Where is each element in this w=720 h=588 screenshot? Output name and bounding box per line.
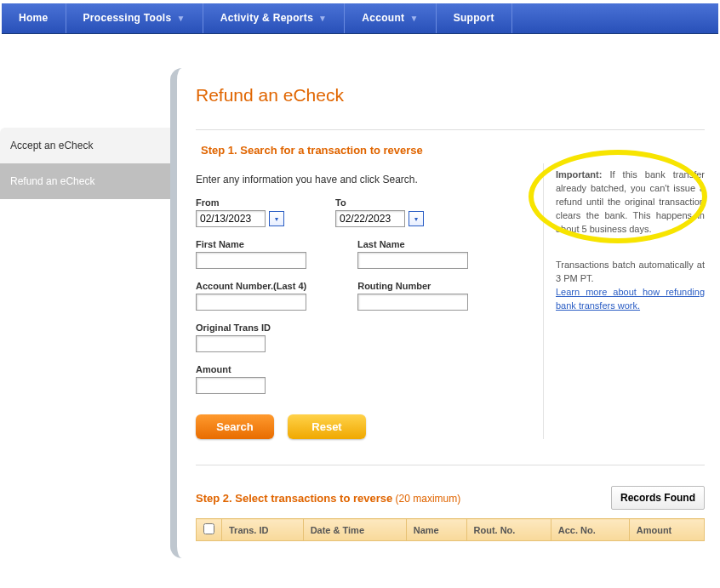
sidebar-item-accept-echeck[interactable]: Accept an eCheck [0,128,170,163]
to-date-input[interactable] [335,210,405,227]
nav-label: Home [19,12,49,24]
chevron-down-icon: ▼ [409,14,418,23]
first-name-label: First Name [196,239,306,249]
main-panel: Refund an eCheck Step 1. Search for a tr… [170,68,720,558]
learn-more-link[interactable]: Learn more about how refunding bank tran… [556,287,705,311]
records-found-button[interactable]: Records Found [611,486,705,510]
page-title: Refund an eCheck [196,85,344,106]
chevron-down-icon: ▼ [318,14,327,23]
top-nav: Home Processing Tools▼ Activity & Report… [2,3,718,34]
nav-label: Processing Tools [83,12,172,24]
step1-instruction: Enter any information you have and click… [196,174,528,186]
routing-input[interactable] [357,294,468,311]
table-header-row: Trans. ID Date & Time Name Rout. No. Acc… [197,519,705,541]
routing-label: Routing Number [357,281,468,291]
orig-trans-input[interactable] [196,335,266,352]
last-name-label: Last Name [357,239,468,249]
last-name-input[interactable] [357,252,468,269]
batch-note: Transactions batch automatically at 3 PM… [556,259,705,286]
nav-account[interactable]: Account▼ [345,3,436,33]
account-last4-label: Account Number.(Last 4) [196,281,306,291]
col-name: Name [406,519,466,541]
results-table: Trans. ID Date & Time Name Rout. No. Acc… [196,518,705,541]
chevron-down-icon: ▼ [176,14,185,23]
col-amount: Amount [629,519,704,541]
sidebar-item-label: Refund an eCheck [10,175,94,187]
from-date-input[interactable] [196,210,266,227]
nav-label: Support [454,12,494,24]
calendar-icon[interactable]: ▾ [269,211,284,226]
step2-max-note: (20 maximum) [392,493,460,505]
amount-label: Amount [196,364,266,374]
calendar-icon[interactable]: ▾ [409,211,424,226]
account-last4-input[interactable] [196,294,306,311]
reset-button[interactable]: Reset [288,414,366,439]
to-label: To [335,197,424,208]
nav-home[interactable]: Home [2,3,66,33]
select-all-checkbox[interactable] [203,523,214,534]
sidebar-item-label: Accept an eCheck [10,140,93,151]
nav-activity-reports[interactable]: Activity & Reports▼ [203,3,346,33]
important-label: Important: [556,169,602,180]
col-acc-no: Acc. No. [551,519,629,541]
search-button[interactable]: Search [196,414,274,439]
amount-input[interactable] [196,377,266,394]
from-label: From [196,197,284,208]
sidebar: Accept an eCheck Refund an eCheck [0,68,170,558]
nav-label: Activity & Reports [220,12,313,24]
col-trans-id: Trans. ID [222,519,304,541]
step2-title: Step 2. Select transactions to reverse [196,492,392,505]
nav-processing-tools[interactable]: Processing Tools▼ [66,3,203,33]
sidebar-item-refund-echeck[interactable]: Refund an eCheck [0,163,170,199]
col-rout-no: Rout. No. [466,519,551,541]
col-date-time: Date & Time [303,519,406,541]
nav-label: Account [362,12,404,24]
nav-support[interactable]: Support [437,3,512,33]
first-name-input[interactable] [196,252,306,269]
orig-trans-label: Original Trans ID [196,323,271,333]
step1-title: Step 1. Search for a transaction to reve… [196,142,428,158]
important-note: Important: If this bank transfer already… [556,168,705,237]
